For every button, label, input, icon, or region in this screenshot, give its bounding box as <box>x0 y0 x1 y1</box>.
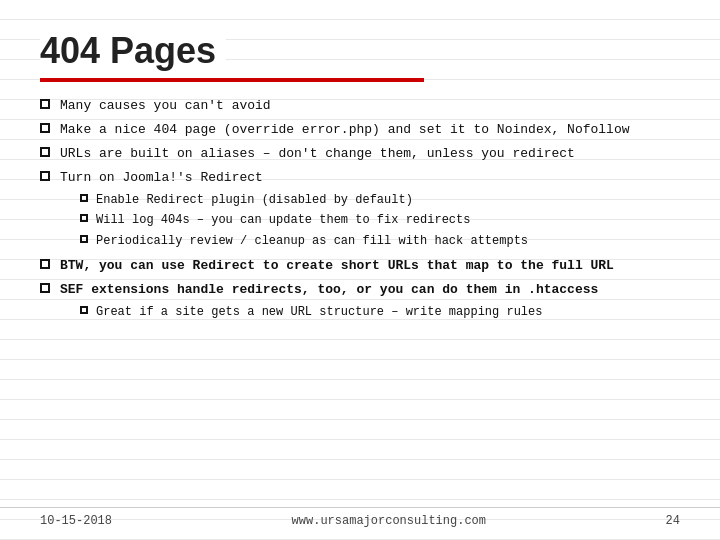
bullet-item-6: SEF extensions handle redirects, too, or… <box>40 280 680 323</box>
bullet-text-1: Many causes you can't avoid <box>60 96 680 116</box>
bullet-item-5: BTW, you can use Redirect to create shor… <box>40 256 680 276</box>
bullet-text-5: BTW, you can use Redirect to create shor… <box>60 256 680 276</box>
sub-bullet-text-4-3: Periodically review / cleanup as can fil… <box>96 232 680 251</box>
bullet-text-3: URLs are built on aliases – don't change… <box>60 144 680 164</box>
bullet-icon-4 <box>40 171 50 181</box>
bullet-icon-1 <box>40 99 50 109</box>
sub-bullet-text-4-2: Will log 404s – you can update them to f… <box>96 211 680 230</box>
sub-bullet-icon-4-1 <box>80 194 88 202</box>
sub-bullet-icon-4-2 <box>80 214 88 222</box>
bullet-icon-6 <box>40 283 50 293</box>
slide: 404 Pages Many causes you can't avoid Ma… <box>0 0 720 540</box>
sub-bullet-list-4: Enable Redirect plugin (disabled by defa… <box>80 191 680 251</box>
bullet-text-2: Make a nice 404 page (override error.php… <box>60 120 680 140</box>
slide-title: 404 Pages <box>40 30 226 72</box>
bullet-icon-3 <box>40 147 50 157</box>
title-underline <box>40 78 680 82</box>
sub-bullet-text-6-1: Great if a site gets a new URL structure… <box>96 303 680 322</box>
sub-bullet-item-4-1: Enable Redirect plugin (disabled by defa… <box>80 191 680 210</box>
content-area: Many causes you can't avoid Make a nice … <box>40 96 680 323</box>
sub-bullet-item-4-3: Periodically review / cleanup as can fil… <box>80 232 680 251</box>
bullet-text-4: Turn on Joomla!'s Redirect <box>60 170 263 185</box>
footer-date: 10-15-2018 <box>40 514 112 528</box>
sub-bullet-icon-6-1 <box>80 306 88 314</box>
bullet-item-2: Make a nice 404 page (override error.php… <box>40 120 680 140</box>
sub-bullet-item-4-2: Will log 404s – you can update them to f… <box>80 211 680 230</box>
sub-bullet-text-4-1: Enable Redirect plugin (disabled by defa… <box>96 191 680 210</box>
sub-bullet-icon-4-3 <box>80 235 88 243</box>
bullet-item-3: URLs are built on aliases – don't change… <box>40 144 680 164</box>
slide-footer: 10-15-2018 www.ursamajorconsulting.com 2… <box>0 507 720 528</box>
footer-url: www.ursamajorconsulting.com <box>292 514 486 528</box>
bullet-icon-2 <box>40 123 50 133</box>
sub-bullet-item-6-1: Great if a site gets a new URL structure… <box>80 303 680 322</box>
bullet-item-4: Turn on Joomla!'s Redirect Enable Redire… <box>40 168 680 252</box>
bullet-text-6: SEF extensions handle redirects, too, or… <box>60 282 598 297</box>
bullet-icon-5 <box>40 259 50 269</box>
footer-page: 24 <box>666 514 680 528</box>
sub-bullet-list-6: Great if a site gets a new URL structure… <box>80 303 680 322</box>
bullet-item-1: Many causes you can't avoid <box>40 96 680 116</box>
